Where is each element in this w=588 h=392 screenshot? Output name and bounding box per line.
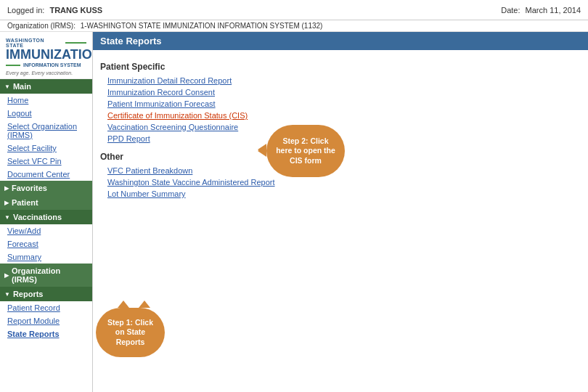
logo-info-system: INFORMATION SYSTEM bbox=[6, 62, 86, 68]
nav-section-main[interactable]: ▼ Main bbox=[0, 79, 92, 94]
nav-patient-record[interactable]: Patient Record bbox=[0, 301, 92, 314]
sidebar: WASHINGTON STATE IMMUNIZATION INFORMATIO… bbox=[0, 32, 93, 392]
step1-text: Step 1: Click on State Reports bbox=[103, 318, 158, 348]
nav-view-add[interactable]: View/Add bbox=[0, 224, 92, 237]
favorites-arrow-icon: ▶ bbox=[4, 185, 9, 192]
nav-select-facility[interactable]: Select Facility bbox=[0, 142, 92, 155]
link-immunization-detail[interactable]: Immunization Detail Record Report bbox=[100, 75, 581, 86]
nav-section-organization[interactable]: ▶ Organization (IRMS) bbox=[0, 264, 92, 287]
top-header: Logged in: TRANG KUSS Date: March 11, 20… bbox=[0, 0, 588, 20]
vaccinations-arrow-icon: ▼ bbox=[4, 214, 10, 221]
link-patient-forecast[interactable]: Patient Immunization Forecast bbox=[100, 98, 581, 110]
nav-items-main: Home Logout Select Organization (IRMS) S… bbox=[0, 94, 92, 181]
nav-select-org[interactable]: Select Organization (IRMS) bbox=[0, 120, 92, 142]
vaccinations-section-label: Vaccinations bbox=[13, 213, 62, 221]
nav-home[interactable]: Home bbox=[0, 94, 92, 107]
patient-arrow-icon: ▶ bbox=[4, 200, 9, 206]
logged-in-info: Logged in: TRANG KUSS bbox=[7, 6, 102, 15]
content-header: State Reports bbox=[93, 32, 588, 50]
link-wa-vaccine[interactable]: Washington State Vaccine Administered Re… bbox=[100, 176, 581, 188]
logo-washington: WASHINGTON STATE bbox=[6, 38, 86, 48]
nav-select-vfc[interactable]: Select VFC Pin bbox=[0, 155, 92, 168]
nav-section-vaccinations[interactable]: ▼ Vaccinations bbox=[0, 210, 92, 224]
link-immunization-consent[interactable]: Immunization Record Consent bbox=[100, 86, 581, 98]
nav-items-reports: Patient Record Report Module State Repor… bbox=[0, 301, 92, 340]
logo-area: WASHINGTON STATE IMMUNIZATION INFORMATIO… bbox=[0, 32, 92, 79]
org-arrow-icon: ▶ bbox=[4, 272, 9, 279]
content-body: Patient Specific Immunization Detail Rec… bbox=[93, 50, 588, 205]
logo-dash-left bbox=[6, 65, 20, 66]
main-section-label: Main bbox=[13, 82, 31, 91]
link-vfc-breakdown[interactable]: VFC Patient Breakdown bbox=[100, 165, 581, 176]
nav-section-reports[interactable]: ▼ Reports bbox=[0, 287, 92, 301]
link-lot-summary[interactable]: Lot Number Summary bbox=[100, 188, 581, 200]
org-label: Organization (IRMS): bbox=[7, 22, 75, 30]
logged-in-label: Logged in: bbox=[7, 6, 44, 15]
nav-section-patient[interactable]: ▶ Patient bbox=[0, 195, 92, 210]
content-area: State Reports Patient Specific Immunizat… bbox=[93, 32, 588, 392]
app-wrapper: Logged in: TRANG KUSS Date: March 11, 20… bbox=[0, 0, 588, 392]
nav-summary[interactable]: Summary bbox=[0, 250, 92, 264]
patient-specific-title: Patient Specific bbox=[100, 62, 581, 72]
logo-immunization-text: IMMUNIZATION bbox=[6, 48, 86, 61]
nav-forecast[interactable]: Forecast bbox=[0, 237, 92, 250]
nav-report-module[interactable]: Report Module bbox=[0, 314, 92, 327]
main-arrow-icon: ▼ bbox=[4, 83, 10, 90]
nav-logout[interactable]: Logout bbox=[0, 107, 92, 120]
step1-bubble: Step 1: Click on State Reports bbox=[96, 308, 165, 357]
main-layout: WASHINGTON STATE IMMUNIZATION INFORMATIO… bbox=[0, 32, 588, 392]
nav-state-reports[interactable]: State Reports bbox=[0, 327, 92, 340]
link-cis[interactable]: Certificate of Immunization Status (CIS) bbox=[100, 110, 581, 121]
step2-arrow bbox=[258, 144, 266, 155]
org-value: 1-WASHINGTON STATE IMMUNIZATION INFORMAT… bbox=[81, 22, 323, 30]
date-label: Date: bbox=[501, 6, 520, 15]
link-vaccination-screening[interactable]: Vaccination Screening Questionnaire bbox=[100, 121, 581, 133]
step1-arrow bbox=[118, 301, 129, 308]
sidebar-nav: ▼ Main Home Logout Select Organization (… bbox=[0, 79, 92, 392]
step2-text: Step 2: Click here to open the CIS form bbox=[274, 136, 338, 166]
org-section-label: Organization (IRMS) bbox=[12, 266, 88, 284]
logo-tagline: Every age. Every vaccination. bbox=[6, 70, 86, 75]
date-info: Date: March 11, 2014 bbox=[501, 6, 581, 15]
reports-arrow-icon: ▼ bbox=[4, 291, 10, 298]
step2-bubble: Step 2: Click here to open the CIS form bbox=[266, 125, 345, 177]
patient-section-label: Patient bbox=[12, 198, 38, 207]
logo-state-line: WASHINGTON STATE bbox=[6, 38, 86, 48]
nav-document-center[interactable]: Document Center bbox=[0, 168, 92, 181]
nav-items-vaccinations: View/Add Forecast Summary bbox=[0, 224, 92, 264]
logo-green-line bbox=[65, 42, 86, 44]
nav-section-favorites[interactable]: ▶ Favorites bbox=[0, 181, 92, 195]
date-value: March 11, 2014 bbox=[526, 6, 581, 15]
favorites-section-label: Favorites bbox=[12, 184, 47, 192]
reports-section-label: Reports bbox=[13, 290, 44, 298]
logo-washington-text: WASHINGTON STATE bbox=[6, 38, 62, 48]
logo-info-text: INFORMATION SYSTEM bbox=[23, 62, 81, 68]
user-name: TRANG KUSS bbox=[49, 6, 102, 15]
org-bar: Organization (IRMS): 1-WASHINGTON STATE … bbox=[0, 20, 588, 32]
